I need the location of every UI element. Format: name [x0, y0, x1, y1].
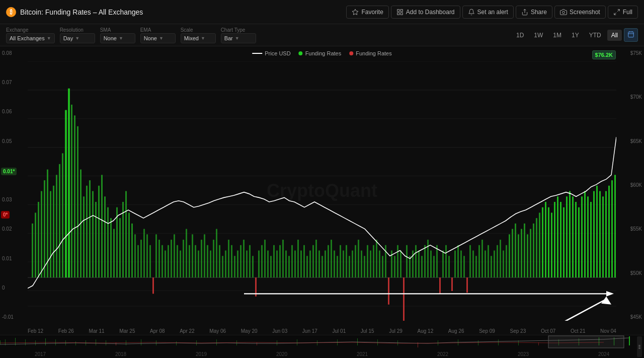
svg-rect-136 [370, 251, 371, 278]
time-1w-btn[interactable]: 1W [530, 30, 547, 41]
svg-rect-78 [195, 245, 196, 277]
svg-rect-211 [596, 186, 598, 277]
svg-rect-244 [297, 339, 297, 345]
screenshot-label: Screenshot [570, 9, 600, 16]
exchange-select[interactable]: All Exchanges ▼ [6, 33, 55, 43]
time-1m-btn[interactable]: 1M [549, 30, 566, 41]
legend-funding-green-label: Funding Rates [305, 50, 342, 56]
y-label-2: 0.06 [2, 109, 26, 114]
svg-rect-226 [35, 340, 36, 345]
svg-rect-173 [481, 240, 483, 277]
svg-rect-65 [155, 234, 157, 277]
x-label-apr08: Apr 08 [150, 328, 165, 334]
svg-rect-176 [491, 256, 492, 277]
favorite-btn[interactable]: Favorite [346, 6, 388, 19]
svg-rect-147 [403, 277, 405, 321]
y-right-6: $45K [618, 314, 642, 320]
svg-rect-160 [442, 251, 444, 278]
svg-rect-180 [503, 251, 504, 278]
screenshot-btn[interactable]: Screenshot [554, 6, 606, 19]
svg-rect-235 [126, 340, 126, 345]
svg-rect-156 [430, 251, 432, 278]
svg-rect-197 [554, 202, 555, 277]
legend-price-label: Price USD [265, 50, 290, 56]
dashboard-icon [396, 9, 404, 16]
ema-value: None [144, 35, 157, 41]
svg-line-7 [617, 9, 619, 11]
ema-select[interactable]: None ▼ [140, 33, 176, 43]
y-label-1: 0.07 [2, 80, 26, 85]
svg-rect-241 [236, 340, 237, 345]
svg-rect-9 [628, 32, 634, 37]
toolbar: Exchange All Exchanges ▼ Resolution Day … [0, 24, 644, 46]
header-left: ₿ Bitcoin: Funding Rates – All Exchanges [6, 7, 143, 17]
svg-rect-67 [162, 245, 163, 277]
svg-rect-44 [92, 191, 94, 278]
svg-rect-242 [257, 342, 257, 345]
mini-scrollbar[interactable] [637, 336, 642, 357]
calendar-btn[interactable] [624, 28, 638, 42]
svg-rect-222 [0, 340, 1, 344]
svg-rect-240 [216, 339, 217, 345]
mini-x-2019: 2019 [196, 351, 207, 357]
svg-rect-79 [198, 251, 199, 278]
svg-rect-186 [521, 229, 522, 278]
svg-rect-33 [59, 164, 60, 277]
fullscreen-btn[interactable]: Full [608, 6, 638, 19]
svg-rect-97 [252, 256, 254, 277]
chart-container: Price USD Funding Rates Funding Rates Cr… [0, 46, 644, 358]
sma-select[interactable]: None ▼ [100, 33, 135, 43]
chart-type-group: Chart Type Bar ▼ [221, 27, 256, 43]
set-alert-btn[interactable]: Set an alert [462, 6, 514, 19]
resolution-value: Day [63, 35, 73, 41]
scale-select[interactable]: Mixed ▼ [181, 33, 216, 43]
time-all-btn[interactable]: All [607, 30, 622, 41]
svg-rect-121 [325, 251, 326, 278]
svg-rect-41 [83, 196, 85, 277]
svg-rect-131 [355, 245, 356, 277]
x-label-jul01: Jul 01 [333, 328, 346, 334]
chart-type-select[interactable]: Bar ▼ [221, 33, 256, 43]
svg-rect-261 [629, 336, 630, 345]
svg-rect-214 [605, 191, 607, 278]
chart-svg: .grid-line { stroke: #1a1a1a; stroke-wid… [28, 61, 616, 321]
toolbar-right: 1D 1W 1M 1Y YTD All [512, 28, 638, 42]
time-1d-btn[interactable]: 1D [512, 30, 528, 41]
share-btn[interactable]: Share [516, 6, 552, 19]
x-label-mar25: Mar 25 [119, 328, 135, 334]
x-axis: Feb 12 Feb 26 Mar 11 Mar 25 Apr 08 Apr 2… [28, 328, 616, 334]
svg-rect-128 [346, 245, 347, 277]
y-label-6: 0.02 [2, 226, 26, 232]
scrollbar-tick [638, 345, 640, 346]
y-label-7: 0.01 [2, 256, 26, 261]
svg-rect-178 [497, 245, 498, 277]
svg-rect-80 [201, 240, 202, 277]
time-1y-btn[interactable]: 1Y [568, 30, 583, 41]
svg-rect-190 [533, 224, 534, 277]
svg-rect-119 [318, 251, 320, 278]
svg-rect-110 [291, 245, 293, 277]
header: ₿ Bitcoin: Funding Rates – All Exchanges… [0, 0, 644, 24]
svg-rect-232 [96, 339, 96, 345]
time-ytd-btn[interactable]: YTD [585, 30, 605, 41]
mini-x-2023: 2023 [518, 351, 529, 357]
calendar-icon [627, 31, 634, 38]
svg-rect-103 [270, 256, 272, 277]
svg-rect-171 [475, 256, 477, 277]
svg-rect-102 [267, 251, 269, 278]
svg-rect-162 [448, 256, 450, 277]
fullscreen-icon [613, 9, 620, 16]
header-actions: Favorite Add to Dashboard Set an alert S… [346, 6, 638, 19]
svg-rect-215 [608, 186, 610, 277]
sma-arrow: ▼ [119, 36, 123, 41]
svg-rect-133 [361, 251, 362, 278]
exchange-value: All Exchanges [10, 35, 45, 41]
svg-rect-205 [578, 207, 580, 277]
svg-rect-70 [171, 240, 172, 277]
camera-icon [560, 9, 567, 16]
svg-rect-81 [204, 234, 205, 277]
resolution-select[interactable]: Day ▼ [60, 33, 95, 43]
add-to-dashboard-btn[interactable]: Add to Dashboard [391, 6, 460, 19]
svg-rect-64 [152, 277, 154, 294]
svg-rect-138 [376, 240, 377, 277]
